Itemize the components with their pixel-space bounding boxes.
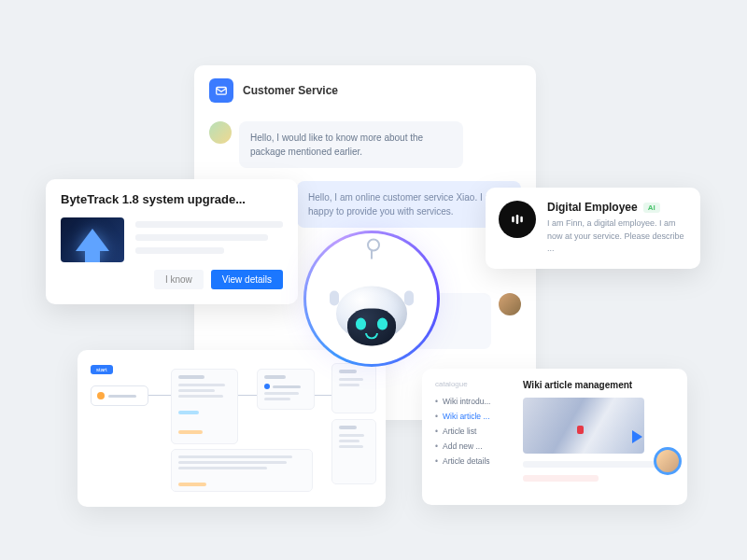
wiki-management-card: catalogue Wiki introdu... Wiki article .… [422, 369, 687, 505]
digital-employee-card: Digital Employee AI I am Finn, a digital… [486, 188, 700, 269]
wiki-text-placeholder [523, 461, 674, 468]
wiki-text-placeholder [523, 475, 599, 482]
ai-robot-avatar [306, 233, 437, 364]
svg-rect-0 [217, 88, 227, 95]
flow-node[interactable] [171, 369, 238, 444]
agent-avatar [499, 293, 521, 315]
message-bubble: Hello, I would like to know more about t… [239, 121, 463, 168]
wiki-nav-item[interactable]: Article list [435, 424, 506, 439]
mail-icon [209, 78, 233, 103]
wiki-content: Wiki article management [523, 380, 674, 494]
chat-header: Customer Service [194, 65, 536, 116]
flow-start-node[interactable] [91, 385, 148, 406]
wiki-nav-item[interactable]: Wiki article ... [435, 409, 506, 424]
flow-node[interactable] [331, 363, 376, 413]
wiki-sidebar: catalogue Wiki introdu... Wiki article .… [435, 380, 506, 494]
flow-start-badge: start [91, 365, 113, 374]
ai-badge: AI [643, 203, 660, 213]
flow-node[interactable] [331, 419, 376, 484]
digital-employee-avatar [499, 201, 536, 238]
chat-message-incoming: Hello, I would like to know more about t… [209, 121, 521, 168]
upgrade-title: ByteTrack 1.8 system upgrade... [61, 192, 283, 206]
user-avatar [209, 121, 232, 144]
wiki-content-title: Wiki article management [523, 380, 674, 390]
svg-rect-3 [520, 217, 523, 223]
dismiss-button[interactable]: I know [154, 270, 204, 289]
play-icon[interactable] [632, 430, 642, 443]
upgrade-description-placeholder [135, 217, 283, 262]
flow-node[interactable] [171, 449, 313, 492]
flowchart-card: start [78, 350, 386, 507]
upgrade-thumbnail [61, 217, 124, 262]
author-avatar[interactable] [654, 447, 682, 475]
chat-title: Customer Service [243, 84, 338, 97]
wiki-category-label: catalogue [435, 380, 506, 388]
digital-employee-description: I am Finn, a digital employee. I am now … [547, 217, 687, 256]
svg-rect-2 [516, 215, 519, 224]
system-upgrade-card: ByteTrack 1.8 system upgrade... I know V… [46, 179, 298, 304]
wiki-nav-item[interactable]: Wiki introdu... [435, 394, 506, 409]
flow-node[interactable] [257, 369, 315, 410]
wiki-nav-item[interactable]: Article details [435, 454, 506, 469]
wiki-thumbnail [523, 398, 644, 454]
wiki-nav-item[interactable]: Add new ... [435, 439, 506, 454]
arrow-up-icon [76, 229, 109, 251]
view-details-button[interactable]: View details [211, 270, 283, 289]
svg-rect-1 [512, 217, 514, 223]
digital-employee-title: Digital Employee [547, 201, 638, 214]
